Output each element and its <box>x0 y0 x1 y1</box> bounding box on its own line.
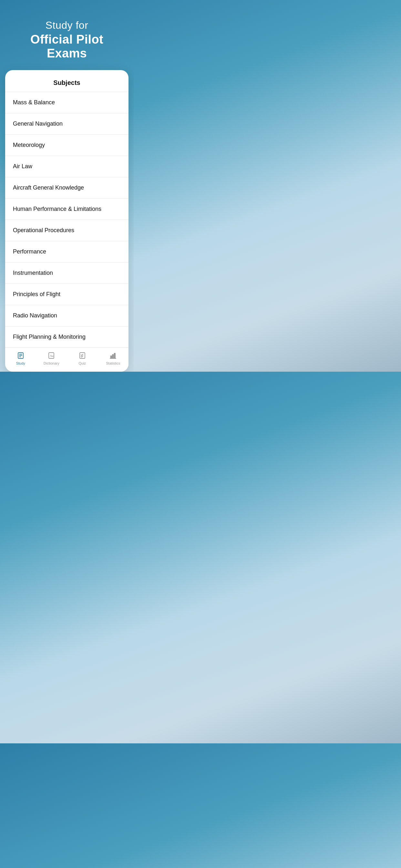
subject-item-instrumentation[interactable]: Instrumentation <box>5 262 128 284</box>
subject-item-air-law[interactable]: Air Law <box>5 156 128 177</box>
nav-label-study: Study <box>16 361 25 365</box>
svg-rect-8 <box>111 356 112 359</box>
nav-item-quiz[interactable]: Quiz <box>67 351 98 365</box>
nav-label-quiz: Quiz <box>79 361 86 365</box>
subjects-card: Subjects Mass & BalanceGeneral Navigatio… <box>5 70 128 372</box>
nav-label-statistics: Statistics <box>106 361 120 365</box>
bottom-nav: Study Aa Dictionary Quiz Statistics <box>5 347 128 372</box>
nav-item-dictionary[interactable]: Aa Dictionary <box>36 351 67 365</box>
subjects-list: Mass & BalanceGeneral NavigationMeteorol… <box>5 92 128 347</box>
header-subtitle: Study for <box>10 20 124 31</box>
study-icon <box>16 351 25 360</box>
statistics-icon <box>109 351 118 360</box>
dictionary-icon: Aa <box>47 351 56 360</box>
header-title: Official Pilot Exams <box>10 33 124 60</box>
subject-item-radio-navigation[interactable]: Radio Navigation <box>5 305 128 327</box>
svg-rect-9 <box>112 354 114 359</box>
subject-item-flight-planning[interactable]: Flight Planning & Monitoring <box>5 327 128 347</box>
subject-item-aircraft-general-knowledge[interactable]: Aircraft General Knowledge <box>5 177 128 198</box>
svg-rect-6 <box>80 352 85 359</box>
subject-item-mass-balance[interactable]: Mass & Balance <box>5 92 128 113</box>
nav-label-dictionary: Dictionary <box>43 361 59 365</box>
subject-item-human-performance[interactable]: Human Performance & Limitations <box>5 198 128 220</box>
subject-item-general-navigation[interactable]: General Navigation <box>5 113 128 135</box>
subject-item-meteorology[interactable]: Meteorology <box>5 135 128 156</box>
subject-item-principles-of-flight[interactable]: Principles of Flight <box>5 284 128 305</box>
subject-item-performance[interactable]: Performance <box>5 241 128 262</box>
card-title: Subjects <box>5 70 128 92</box>
svg-rect-10 <box>114 353 116 359</box>
subject-item-operational-procedures[interactable]: Operational Procedures <box>5 220 128 241</box>
nav-item-study[interactable]: Study <box>5 351 36 365</box>
quiz-icon <box>78 351 87 360</box>
header: Study for Official Pilot Exams <box>0 0 134 70</box>
svg-text:Aa: Aa <box>50 354 54 358</box>
nav-item-statistics[interactable]: Statistics <box>98 351 129 365</box>
